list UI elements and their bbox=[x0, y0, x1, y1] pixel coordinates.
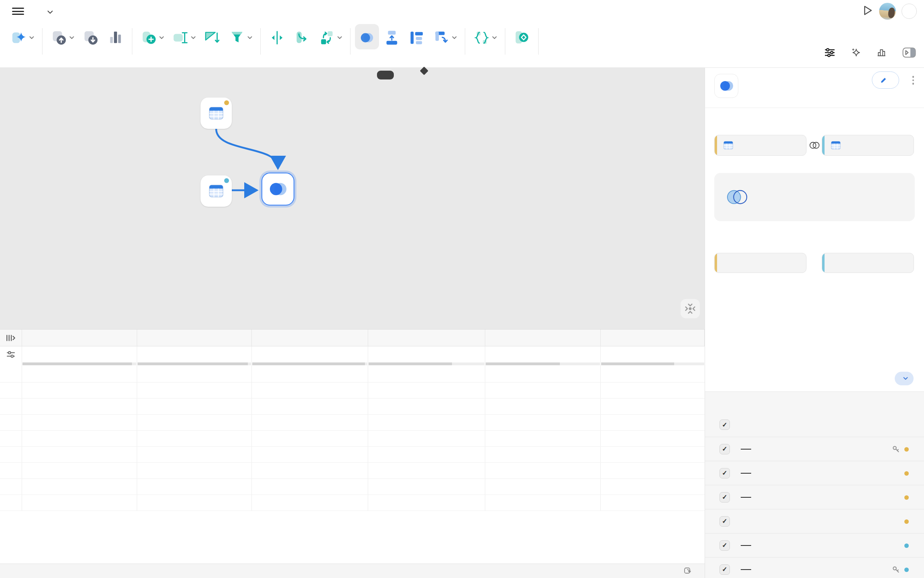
toolbar-button-join[interactable] bbox=[355, 24, 379, 49]
node-join[interactable] bbox=[261, 173, 294, 206]
cell[interactable] bbox=[601, 399, 705, 414]
list-item-userid[interactable]: ✓ bbox=[705, 437, 924, 461]
checkbox-checked[interactable]: ✓ bbox=[719, 516, 730, 527]
cell[interactable] bbox=[601, 383, 705, 398]
list-item-all-columns[interactable]: ✓ bbox=[705, 413, 924, 437]
cell[interactable] bbox=[137, 431, 252, 446]
cell[interactable] bbox=[368, 495, 485, 511]
cell[interactable] bbox=[601, 447, 705, 462]
cell[interactable] bbox=[252, 463, 368, 478]
cell[interactable] bbox=[601, 463, 705, 478]
expand-sheet-button[interactable] bbox=[683, 566, 693, 578]
node-orders[interactable] bbox=[201, 175, 232, 207]
column-header[interactable] bbox=[22, 330, 137, 346]
cell[interactable] bbox=[22, 479, 137, 495]
cell[interactable] bbox=[137, 495, 252, 511]
cell[interactable] bbox=[368, 479, 485, 495]
toolbar-button-pivot[interactable] bbox=[430, 24, 460, 49]
cell[interactable] bbox=[368, 447, 485, 462]
list-item-birthyear[interactable]: ✓ bbox=[705, 509, 924, 533]
cell[interactable] bbox=[252, 366, 368, 382]
cell[interactable] bbox=[252, 383, 368, 398]
cell[interactable] bbox=[137, 415, 252, 430]
cell[interactable] bbox=[368, 463, 485, 478]
column-header[interactable] bbox=[485, 330, 601, 346]
toolbar-button-source[interactable] bbox=[47, 24, 78, 49]
cell[interactable] bbox=[252, 447, 368, 462]
cell[interactable] bbox=[485, 495, 601, 511]
summary-gutter[interactable] bbox=[0, 346, 22, 362]
cell[interactable] bbox=[601, 415, 705, 430]
toolbar-button-find[interactable] bbox=[315, 24, 346, 49]
cell[interactable] bbox=[368, 366, 485, 382]
cell[interactable] bbox=[485, 366, 601, 382]
cell[interactable] bbox=[252, 399, 368, 414]
checkbox-checked[interactable]: ✓ bbox=[719, 564, 730, 575]
toolbar-button-extract[interactable] bbox=[290, 24, 314, 49]
edge-users-to-join[interactable] bbox=[216, 129, 278, 167]
toolbar-button-columns[interactable] bbox=[168, 24, 199, 49]
checkbox-checked[interactable]: ✓ bbox=[719, 492, 730, 503]
cell[interactable] bbox=[601, 495, 705, 511]
column-header[interactable] bbox=[137, 330, 252, 346]
cell[interactable] bbox=[485, 479, 601, 495]
toolbar-button-split[interactable] bbox=[265, 24, 289, 49]
toolbar-button-json[interactable] bbox=[470, 24, 500, 49]
cell[interactable] bbox=[252, 479, 368, 495]
cell[interactable] bbox=[601, 366, 705, 382]
column-header[interactable] bbox=[601, 330, 705, 346]
left-key-chip[interactable] bbox=[714, 253, 806, 273]
cell[interactable] bbox=[368, 383, 485, 398]
cell[interactable] bbox=[485, 399, 601, 414]
left-table-chip[interactable] bbox=[714, 135, 806, 156]
cell[interactable] bbox=[485, 383, 601, 398]
toolbar-button-magic[interactable] bbox=[7, 24, 38, 49]
checkbox-checked[interactable]: ✓ bbox=[719, 444, 730, 454]
checkbox-checked[interactable]: ✓ bbox=[719, 419, 730, 430]
cell[interactable] bbox=[485, 447, 601, 462]
grid-corner[interactable] bbox=[0, 330, 22, 346]
column-header[interactable] bbox=[252, 330, 368, 346]
cell[interactable] bbox=[601, 479, 705, 495]
cell[interactable] bbox=[22, 495, 137, 511]
cell[interactable] bbox=[137, 463, 252, 478]
list-item-gender[interactable]: ✓ bbox=[705, 485, 924, 509]
cell[interactable] bbox=[22, 415, 137, 430]
menu-icon[interactable] bbox=[12, 6, 24, 16]
toolbar-button-new[interactable] bbox=[137, 24, 168, 49]
cell[interactable] bbox=[252, 431, 368, 446]
cell[interactable] bbox=[485, 463, 601, 478]
panel-toggle-button[interactable] bbox=[902, 47, 916, 58]
cell[interactable] bbox=[485, 431, 601, 446]
column-header[interactable] bbox=[368, 330, 485, 346]
cell[interactable] bbox=[252, 415, 368, 430]
edit-button[interactable] bbox=[872, 71, 899, 89]
toolbar-button-group-by[interactable] bbox=[405, 24, 429, 49]
cell[interactable] bbox=[368, 399, 485, 414]
transform-button[interactable] bbox=[825, 48, 839, 57]
toolbar-button-api-column[interactable] bbox=[510, 24, 534, 49]
list-item-orders[interactable]: ✓ bbox=[705, 533, 924, 557]
cell[interactable] bbox=[485, 415, 601, 430]
cell[interactable] bbox=[22, 399, 137, 414]
cell[interactable] bbox=[137, 383, 252, 398]
toolbar-button-filter[interactable] bbox=[225, 24, 256, 49]
cell[interactable] bbox=[137, 399, 252, 414]
more-options-icon[interactable] bbox=[907, 73, 919, 87]
help-button[interactable] bbox=[902, 4, 917, 19]
right-table-chip[interactable] bbox=[822, 135, 914, 156]
cell[interactable] bbox=[601, 431, 705, 446]
chevron-down-icon[interactable] bbox=[47, 7, 53, 16]
toolbar-button-sort[interactable] bbox=[200, 24, 224, 49]
cell[interactable] bbox=[368, 431, 485, 446]
assist-button[interactable] bbox=[851, 48, 865, 57]
checkbox-checked[interactable]: ✓ bbox=[719, 468, 730, 478]
toolbar-button-output[interactable] bbox=[79, 24, 103, 49]
cell[interactable] bbox=[252, 495, 368, 511]
flow-canvas[interactable] bbox=[0, 68, 705, 329]
output-count-dropdown[interactable] bbox=[895, 372, 914, 385]
run-flow-icon[interactable] bbox=[861, 4, 873, 18]
stats-button[interactable] bbox=[877, 48, 890, 57]
toolbar-button-chart[interactable] bbox=[103, 24, 128, 49]
join-type-card[interactable] bbox=[714, 173, 915, 221]
